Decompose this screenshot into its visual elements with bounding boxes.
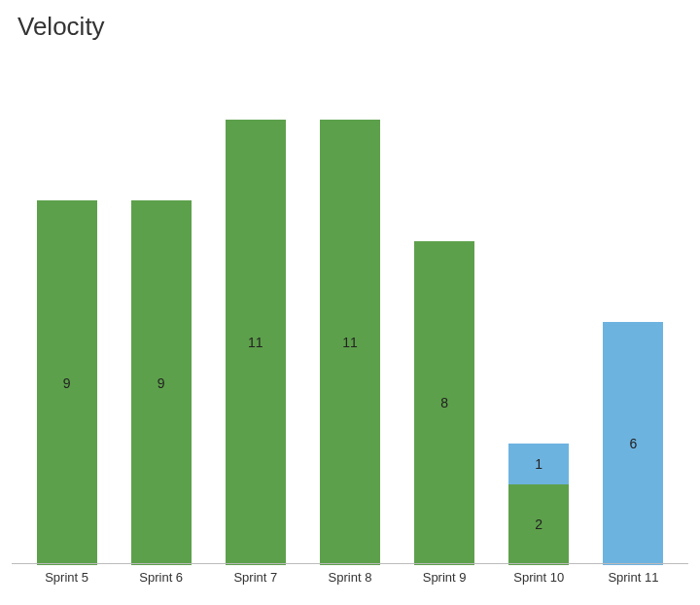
x-axis-label: Sprint 11 (586, 566, 681, 593)
x-axis-label: Sprint 8 (302, 566, 397, 593)
bar-segment-completed: 2 (508, 484, 569, 565)
bar-segment-completed: 8 (414, 241, 474, 565)
bar-column: 11 (208, 79, 302, 565)
bar-stack: 8 (414, 241, 474, 565)
x-axis-label: Sprint 9 (398, 566, 492, 593)
bar-segment-completed: 9 (37, 200, 97, 565)
bar-stack: 11 (226, 120, 286, 565)
x-axis-labels: Sprint 5Sprint 6Sprint 7Sprint 8Sprint 9… (19, 566, 681, 593)
bar-column: 9 (114, 79, 208, 565)
bar-stack: 11 (320, 120, 380, 565)
bar-segment-planned: 6 (603, 322, 663, 565)
bar-column: 9 (19, 79, 114, 565)
bars-row: 9911118126 (19, 79, 681, 565)
bar-segment-completed: 9 (131, 200, 192, 565)
bar-column: 12 (492, 79, 586, 565)
x-axis-label: Sprint 5 (19, 566, 114, 593)
bar-stack: 6 (603, 322, 663, 565)
bar-segment-completed: 11 (226, 120, 286, 565)
bar-stack: 12 (508, 444, 569, 565)
chart-area: 9911118126 (0, 50, 700, 565)
bar-column: 8 (398, 79, 492, 565)
x-axis-label: Sprint 6 (114, 566, 208, 593)
bar-stack: 9 (37, 200, 97, 565)
bar-segment-completed: 11 (320, 120, 380, 565)
bar-column: 11 (302, 79, 397, 565)
chart-title: Velocity (0, 12, 700, 42)
x-axis-line (12, 563, 688, 564)
x-axis-label: Sprint 10 (492, 566, 586, 593)
bar-segment-planned: 1 (508, 444, 569, 484)
bar-column: 6 (586, 79, 681, 565)
x-axis-label: Sprint 7 (208, 566, 302, 593)
bar-stack: 9 (131, 200, 192, 565)
